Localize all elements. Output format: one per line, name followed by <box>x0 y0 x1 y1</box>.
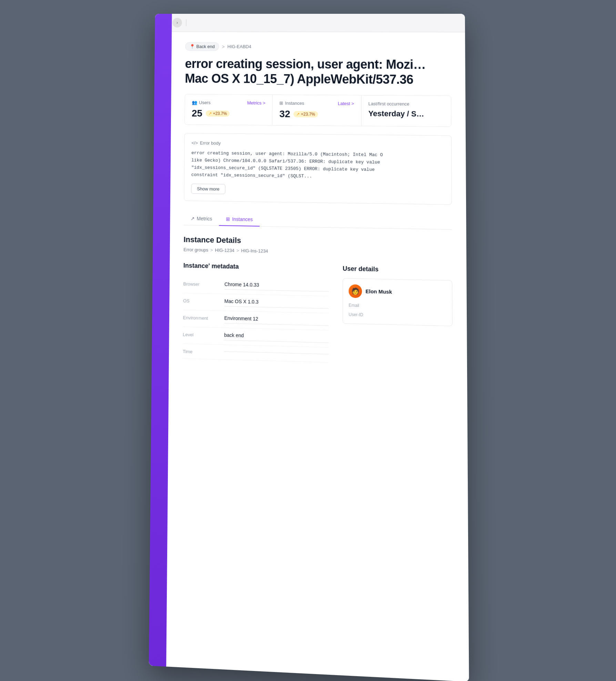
users-stat-label: 👥 Users <box>192 100 210 105</box>
metadata-title: Instance' metadata <box>183 262 329 272</box>
breadcrumb-current: HIG-EABD4 <box>227 44 251 49</box>
users-icon: 👥 <box>192 100 197 105</box>
metadata-fields: Browser Chrome 14.0.33 OS Mac OS X 1.0.3 <box>182 276 329 362</box>
metadata-value-level: back end <box>224 332 329 340</box>
instances-stat-header: ⊞ Instances Latest > <box>279 101 354 107</box>
nav-divider <box>186 19 186 26</box>
instance-bc-part2: HIG-1234 <box>215 247 234 253</box>
error-body-code: error creating session, user agent: Mozi… <box>191 150 444 182</box>
metrics-link[interactable]: Metrics > <box>247 100 265 106</box>
breadcrumb: 📍 Back end > HIG-EABD4 <box>185 42 451 51</box>
occurrence-value-row: Yesterday / S… <box>368 109 444 119</box>
browser-toolbar: ‹ › <box>155 14 465 32</box>
tab-metrics[interactable]: ↗ Metrics <box>183 212 219 226</box>
metadata-line-environment <box>224 323 329 326</box>
instance-bc-sep1: > <box>210 247 213 252</box>
user-details-title: User details <box>343 265 452 274</box>
breadcrumb-tag-label: Back end <box>196 44 214 49</box>
occurrence-stat-card: Last/first occurrence Yesterday / S… <box>361 96 451 127</box>
instance-details-container: Instance Details Error groups > HIG-1234… <box>182 235 453 365</box>
breadcrumb-separator: > <box>222 44 224 49</box>
instances-badge: ↗ +23.7% <box>293 111 317 118</box>
metadata-line-level <box>224 340 329 343</box>
metadata-key-browser: Browser <box>183 280 224 287</box>
metadata-key-environment: Environment <box>183 314 224 321</box>
user-details-section: User details 🧑 Elon Musk Email <box>343 265 453 365</box>
tab-instances[interactable]: ⊞ Instances <box>219 212 260 226</box>
avatar: 🧑 <box>349 284 362 298</box>
avatar-emoji: 🧑 <box>351 287 359 295</box>
error-body-label: </> Error body <box>191 140 444 148</box>
user-card: 🧑 Elon Musk Email User-ID <box>343 278 453 326</box>
location-icon: 📍 <box>189 44 195 49</box>
instance-details-title: Instance Details <box>183 235 452 249</box>
user-field-userid: User-ID <box>349 312 446 320</box>
instances-icon: ⊞ <box>279 101 283 106</box>
show-more-button[interactable]: Show more <box>191 183 225 194</box>
metadata-key-level: Level <box>183 331 224 338</box>
tabs-row: ↗ Metrics ⊞ Instances <box>183 212 452 230</box>
metadata-key-time: Time <box>182 348 224 355</box>
instance-bc-sep2: > <box>236 248 239 253</box>
code-icon: </> <box>191 140 198 146</box>
instance-breadcrumb: Error groups > HIG-1234 > HIG-Ins-1234 <box>183 247 452 257</box>
user-card-header: 🧑 Elon Musk <box>349 284 446 300</box>
users-stat-header: 👥 Users Metrics > <box>192 100 265 106</box>
metadata-line-os <box>224 306 329 309</box>
error-body-section: </> Error body error creating session, u… <box>184 133 452 204</box>
users-value: 25 <box>192 108 202 119</box>
instances-tab-icon: ⊞ <box>226 216 230 222</box>
metrics-tab-label: Metrics <box>196 216 212 221</box>
user-email-label: Email <box>349 303 446 310</box>
user-field-email: Email <box>349 303 446 311</box>
occurrence-stat-header: Last/first occurrence <box>368 101 444 107</box>
metadata-grid: Instance' metadata Browser Chrome 14.0.3… <box>182 262 453 365</box>
instance-bc-part1: Error groups <box>183 247 208 253</box>
arrow-up-icon2: ↗ <box>296 112 300 117</box>
error-title: error creating session, user agent: Mozi… <box>185 56 451 87</box>
instances-value-row: 32 ↗ +23.7% <box>279 109 354 120</box>
breadcrumb-tag[interactable]: 📍 Back end <box>185 42 219 51</box>
occurrence-stat-label: Last/first occurrence <box>368 101 409 107</box>
main-content: 📍 Back end > HIG-EABD4 error creating se… <box>166 32 469 681</box>
instances-value: 32 <box>279 109 290 120</box>
users-value-row: 25 ↗ +23.7% <box>192 108 265 120</box>
metadata-value-browser: Chrome 14.0.33 <box>224 281 329 289</box>
occurrence-value: Yesterday / S… <box>368 109 424 119</box>
metadata-line-time <box>224 351 328 354</box>
latest-link[interactable]: Latest > <box>338 101 354 106</box>
browser-window: ‹ › 📍 Back end > HIG-EABD4 error creatin… <box>149 14 469 681</box>
metadata-value-os: Mac OS X 1.0.3 <box>224 298 329 306</box>
metadata-line-browser <box>224 289 329 291</box>
users-badge: ↗ +23.7% <box>205 110 229 117</box>
instance-bc-part3: HIG-Ins-1234 <box>241 248 268 254</box>
metadata-section: Instance' metadata Browser Chrome 14.0.3… <box>182 262 329 362</box>
metadata-key-os: OS <box>183 297 224 304</box>
instances-stat-label: ⊞ Instances <box>279 101 304 106</box>
instances-tab-label: Instances <box>232 216 253 222</box>
user-userid-label: User-ID <box>349 312 446 319</box>
nav-forward-button[interactable]: › <box>172 18 182 28</box>
arrow-up-icon: ↗ <box>208 111 212 116</box>
metadata-row-time: Time <box>182 344 328 362</box>
user-fields: Email User-ID <box>349 303 446 320</box>
metrics-tab-icon: ↗ <box>190 216 194 221</box>
instances-stat-card: ⊞ Instances Latest > 32 ↗ +23.7% <box>272 95 361 126</box>
users-stat-card: 👥 Users Metrics > 25 ↗ +23.7% <box>185 94 273 125</box>
stats-row: 👥 Users Metrics > 25 ↗ +23.7% <box>184 94 451 127</box>
metadata-value-environment: Environment 12 <box>224 315 329 323</box>
user-name: Elon Musk <box>365 288 392 295</box>
